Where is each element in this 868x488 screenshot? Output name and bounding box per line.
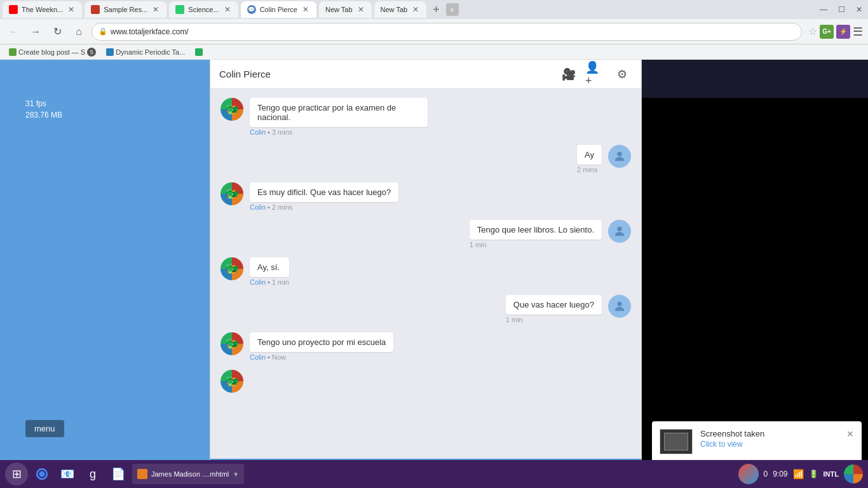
back-button[interactable]: ← (5, 23, 23, 41)
tab-science[interactable]: Science... ✕ (169, 1, 238, 18)
svg-point-1 (617, 227, 621, 231)
screenshot-thumbnail[interactable] (660, 429, 693, 454)
message-bubble-2: Ay (577, 145, 602, 165)
msg-author-3: Colin (250, 203, 266, 211)
tab-close-4[interactable]: ✕ (301, 4, 310, 15)
home-button[interactable]: ⌂ (70, 23, 88, 41)
message-bubble-wrap-7: Tengo uno proyecto por mi escuela Colin … (250, 332, 393, 361)
taskbar-chevron-icon: ▼ (233, 471, 239, 478)
notif-close-button[interactable]: ✕ (846, 429, 854, 439)
message-bubble-7: Tengo uno proyecto por mi escuela (250, 332, 393, 352)
taskbar-user-avatar[interactable] (738, 464, 759, 484)
right-top-bar (642, 60, 868, 98)
tab-close-6[interactable]: ✕ (411, 4, 420, 15)
taskbar-window-item[interactable]: James Madison ....mhtml ▼ (132, 464, 244, 484)
close-button[interactable]: ✕ (853, 3, 865, 16)
chrome-menu-button[interactable]: ☰ (853, 25, 863, 39)
tab-new1[interactable]: New Tab ✕ (319, 1, 372, 18)
taskbar-language-indicator: INTL (824, 470, 839, 478)
bookmarks-bar: Create blog post — S 5 Dynamic Periodic … (0, 44, 868, 60)
taskbar-profile-avatar[interactable] (844, 464, 863, 484)
message-bubble-wrap-3: Es muy dificil. Que vas hacer luego? Col… (250, 182, 398, 211)
taskbar-google-icon[interactable]: g (81, 463, 104, 485)
taskbar-clock: 9:09 (773, 470, 787, 478)
message-row-3: Es muy dificil. Que vas hacer luego? Col… (220, 182, 631, 211)
tab-weeknd[interactable]: The Weekn... ✕ (3, 1, 82, 18)
tab-close-2[interactable]: ✕ (151, 4, 160, 15)
hangouts-window: Colin Pierce 🎥 👤+ ⚙ Tengo que practicar … (210, 60, 642, 488)
tab-hangouts[interactable]: 💬 Colin Pierce ✕ (241, 1, 316, 18)
msg-time-3: 2 mins (272, 203, 292, 211)
new-tab-button[interactable]: + (429, 3, 444, 17)
message-meta: Colin • 3 mins (250, 128, 428, 136)
minimize-button[interactable]: — (817, 3, 830, 16)
avatar-colin-3 (220, 182, 243, 205)
tab-close-3[interactable]: ✕ (223, 4, 232, 15)
taskbar-window-label: James Madison ....mhtml (151, 470, 229, 478)
settings-button[interactable]: ⚙ (612, 64, 632, 85)
game-menu-button[interactable]: menu (25, 420, 64, 437)
msg-author: Colin (250, 128, 266, 136)
ext-purple[interactable]: ⚡ (836, 25, 850, 39)
msg-time-7: Now (272, 353, 286, 361)
tab-label-4: Colin Pierce (260, 6, 297, 13)
main-content: 31 fps 283.76 MB menu Colin Pierce 🎥 👤+ … (0, 60, 868, 488)
message-bubble-5: Ay, sí. (250, 257, 289, 277)
hangouts-contact-name: Colin Pierce (219, 69, 552, 79)
bookmark-create-blog[interactable]: Create blog post — S 5 (5, 46, 100, 58)
avatar-colin (220, 98, 243, 121)
title-bar: The Weekn... ✕ Sample Res... ✕ Science..… (0, 0, 868, 19)
video-call-button[interactable]: 🎥 (559, 64, 579, 85)
notif-header: Screenshot taken Click to view ✕ (652, 421, 862, 459)
message-bubble-wrap: Tengo que practicar por la examen de nac… (250, 98, 428, 136)
fps-value: 31 fps (25, 98, 62, 109)
address-bar[interactable]: 🔒 www.totaljerkface.com/ (92, 23, 802, 41)
tab-close[interactable]: ✕ (67, 4, 76, 15)
tab-sample[interactable]: Sample Res... ✕ (85, 1, 166, 18)
taskbar-battery-icon: 🔋 (809, 470, 818, 478)
bookmark-favicon-2 (106, 48, 114, 56)
taskbar-gmail-icon[interactable]: 📧 (56, 463, 79, 485)
game-area: 31 fps 283.76 MB menu (0, 60, 210, 488)
address-text: www.totaljerkface.com/ (111, 27, 189, 36)
bookmark-periodic[interactable]: Dynamic Periodic Ta... (102, 47, 189, 57)
msg-author-5: Colin (250, 278, 266, 286)
message-meta-5: Colin • 1 min (250, 278, 289, 286)
maximize-button[interactable]: ☐ (835, 3, 848, 16)
message-row-7: Tengo uno proyecto por mi escuela Colin … (220, 332, 631, 361)
msg-time-5: 1 min (272, 278, 289, 286)
taskbar-system-tray: 0 9:09 📶 🔋 INTL (738, 464, 864, 484)
message-bubble-wrap-4: Tengo que leer libros. Lo siento. 1 min (470, 220, 602, 248)
tab-overflow[interactable]: ≡ (446, 3, 459, 16)
notif-subtitle-link[interactable]: Click to view (700, 440, 839, 449)
bookmark-star[interactable]: ☆ (808, 25, 817, 37)
tab-label: The Weekn... (22, 6, 63, 13)
bookmark-favicon-3 (195, 48, 203, 56)
tab-new2[interactable]: New Tab ✕ (374, 1, 427, 18)
bookmark-label-1: Create blog post — S (18, 48, 85, 56)
avatar-self (608, 145, 631, 168)
message-row-5: Ay, sí. Colin • 1 min (220, 257, 631, 286)
hangouts-header: Colin Pierce 🎥 👤+ ⚙ (210, 60, 641, 89)
tab-label-2: Sample Res... (104, 6, 147, 13)
forward-button[interactable]: → (27, 23, 44, 41)
avatar-colin-7 (220, 332, 243, 355)
reload-button[interactable]: ↻ (48, 23, 66, 41)
lock-icon: 🔒 (98, 27, 107, 36)
taskbar-chrome-icon[interactable] (31, 463, 53, 485)
msg-time-6: 1 min (506, 316, 523, 323)
bookmark-science[interactable] (191, 47, 207, 57)
taskbar-apps-button[interactable]: ⊞ (5, 463, 28, 485)
bookmark-badge-1: 5 (87, 48, 96, 57)
tab-close-5[interactable]: ✕ (356, 4, 365, 15)
avatar-colin-5 (220, 257, 243, 280)
ext-grammarly[interactable]: G+ (820, 25, 834, 39)
notif-title: Screenshot taken (700, 429, 839, 438)
fps-counter: 31 fps 283.76 MB (25, 98, 62, 121)
bookmark-favicon-1 (9, 48, 17, 56)
tab-favicon-sample (91, 5, 100, 14)
tab-favicon-science (175, 5, 184, 14)
message-meta-3: Colin • 2 mins (250, 203, 398, 211)
add-person-button[interactable]: 👤+ (585, 64, 606, 85)
taskbar-docs-icon[interactable]: 📄 (107, 463, 130, 485)
